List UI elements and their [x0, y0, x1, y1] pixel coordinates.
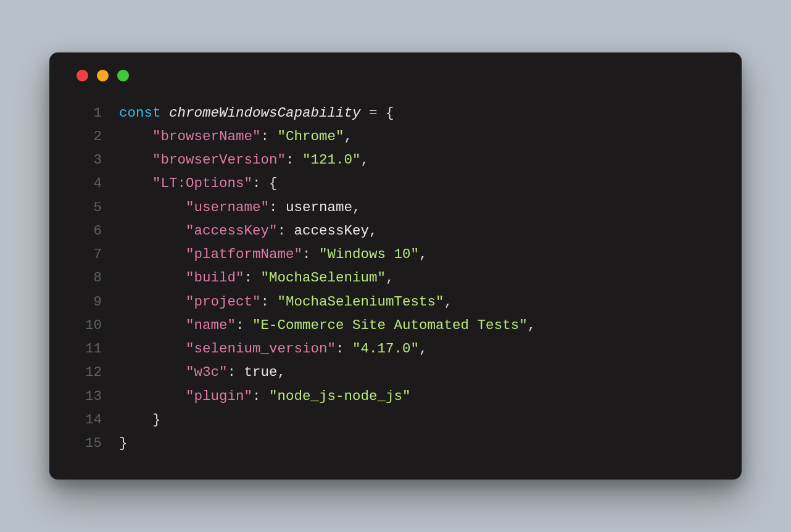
code-token: "browserName" — [152, 128, 261, 144]
code-line: 9 "project": "MochaSeleniumTests", — [74, 290, 717, 314]
line-content: } — [119, 431, 128, 455]
code-line: 6 "accessKey": accessKey, — [74, 219, 717, 243]
line-number: 12 — [74, 360, 102, 384]
code-line: 3 "browserVersion": "121.0", — [74, 148, 717, 172]
code-token: username — [286, 199, 352, 215]
code-token: "w3c" — [186, 364, 228, 380]
code-token: "Windows 10" — [319, 246, 419, 262]
code-token: : — [269, 199, 286, 215]
code-token: , — [369, 223, 378, 239]
code-token: "node_js-node_js" — [269, 388, 411, 404]
line-content: "name": "E-Commerce Site Automated Tests… — [119, 314, 536, 337]
code-token: , — [444, 294, 453, 310]
code-token: : — [336, 341, 352, 357]
code-token: , — [386, 270, 394, 286]
code-token: : — [278, 223, 294, 239]
line-number: 15 — [74, 431, 102, 455]
code-editor[interactable]: 1const chromeWindowsCapability = {2 "bro… — [74, 101, 717, 455]
code-token: accessKey — [294, 223, 370, 239]
code-token: "MochaSelenium" — [261, 270, 386, 286]
line-number: 1 — [74, 101, 102, 125]
line-content: "LT:Options": { — [119, 172, 278, 195]
line-number: 5 — [74, 196, 102, 219]
close-icon[interactable] — [77, 70, 88, 81]
line-number: 6 — [74, 219, 102, 243]
line-number: 4 — [74, 172, 102, 195]
code-line: 1const chromeWindowsCapability = { — [74, 101, 717, 125]
code-token: "accessKey" — [186, 223, 278, 239]
code-token: , — [352, 199, 361, 215]
code-token: : — [261, 294, 278, 310]
code-line: 12 "w3c": true, — [74, 360, 717, 384]
line-content: "browserName": "Chrome", — [119, 125, 352, 148]
code-token: , — [419, 246, 428, 262]
code-line: 4 "LT:Options": { — [74, 172, 717, 195]
line-number: 14 — [74, 408, 102, 431]
code-token: : — [302, 246, 319, 262]
code-token: : { — [252, 175, 278, 191]
code-token: "121.0" — [302, 152, 361, 168]
code-line: 13 "plugin": "node_js-node_js" — [74, 384, 717, 408]
code-token: } — [119, 435, 128, 451]
line-number: 3 — [74, 148, 102, 172]
line-number: 7 — [74, 243, 102, 266]
code-line: 10 "name": "E-Commerce Site Automated Te… — [74, 314, 717, 337]
minimize-icon[interactable] — [97, 70, 109, 81]
code-token: chromeWindowsCapability — [169, 105, 361, 121]
line-content: "browserVersion": "121.0", — [119, 148, 369, 172]
code-line: 2 "browserName": "Chrome", — [74, 125, 717, 148]
code-token: "username" — [186, 199, 269, 215]
code-token: : — [286, 152, 302, 168]
line-content: "accessKey": accessKey, — [119, 219, 378, 243]
code-token: "MochaSeleniumTests" — [278, 294, 444, 310]
code-token: , — [344, 128, 353, 144]
code-token: : — [244, 270, 261, 286]
code-token: : — [228, 364, 244, 380]
code-line: 5 "username": username, — [74, 196, 717, 219]
code-line: 7 "platformName": "Windows 10", — [74, 243, 717, 266]
code-line: 11 "selenium_version": "4.17.0", — [74, 337, 717, 360]
line-number: 2 — [74, 125, 102, 148]
code-token: "build" — [186, 270, 244, 286]
code-line: 8 "build": "MochaSelenium", — [74, 266, 717, 289]
code-token: const — [119, 105, 161, 121]
code-token: true — [244, 364, 278, 380]
code-token: "Chrome" — [278, 128, 344, 144]
line-content: "username": username, — [119, 196, 361, 219]
line-content: "build": "MochaSelenium", — [119, 266, 394, 289]
line-content: "platformName": "Windows 10", — [119, 243, 428, 266]
line-content: "project": "MochaSeleniumTests", — [119, 290, 452, 314]
code-token: , — [361, 152, 370, 168]
code-token: "selenium_version" — [186, 341, 336, 357]
code-line: 14 } — [74, 408, 717, 431]
line-number: 8 — [74, 266, 102, 289]
code-token: : — [236, 317, 252, 333]
line-number: 13 — [74, 384, 102, 408]
line-content: "w3c": true, — [119, 360, 286, 384]
code-token: , — [278, 364, 286, 380]
line-number: 10 — [74, 314, 102, 337]
line-content: "selenium_version": "4.17.0", — [119, 337, 428, 360]
line-content: const chromeWindowsCapability = { — [119, 101, 394, 125]
maximize-icon[interactable] — [117, 70, 129, 81]
code-window: 1const chromeWindowsCapability = {2 "bro… — [49, 52, 742, 480]
line-number: 11 — [74, 337, 102, 360]
code-token: "plugin" — [186, 388, 252, 404]
code-line: 15} — [74, 431, 717, 455]
code-token — [161, 105, 170, 121]
code-token: "4.17.0" — [352, 341, 419, 357]
code-token: = { — [361, 105, 394, 121]
code-token: "name" — [186, 317, 236, 333]
line-content: "plugin": "node_js-node_js" — [119, 384, 411, 408]
code-token: "E-Commerce Site Automated Tests" — [252, 317, 528, 333]
code-token: : — [261, 128, 278, 144]
code-token: "platformName" — [186, 246, 302, 262]
code-token: } — [152, 412, 161, 428]
line-content: } — [119, 408, 161, 431]
code-token: "LT:Options" — [152, 175, 252, 191]
traffic-lights — [74, 70, 717, 81]
code-token: "project" — [186, 294, 261, 310]
code-token: "browserVersion" — [152, 152, 286, 168]
line-number: 9 — [74, 290, 102, 314]
code-token: , — [419, 341, 428, 357]
